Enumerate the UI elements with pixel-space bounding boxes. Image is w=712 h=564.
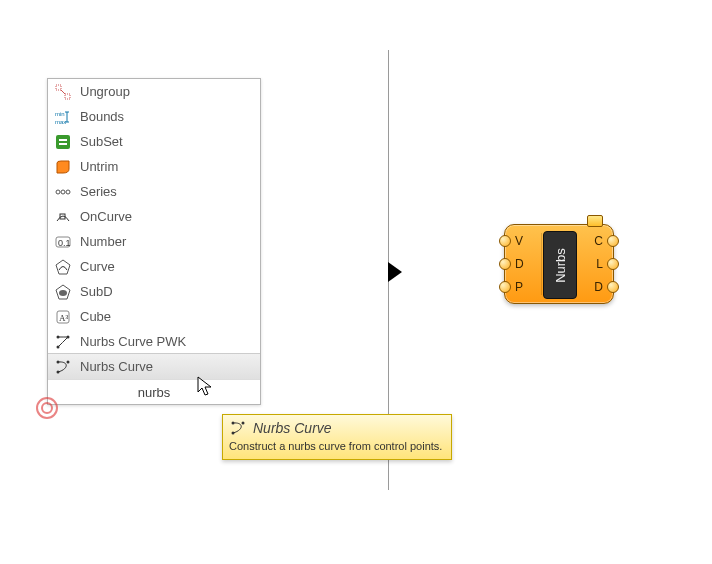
oncurve-icon xyxy=(54,208,72,226)
output-port-l[interactable]: L xyxy=(575,253,613,275)
menu-item-label: Ungroup xyxy=(80,84,254,99)
series-icon xyxy=(54,183,72,201)
port-label: V xyxy=(515,234,523,248)
menu-item-label: Number xyxy=(80,234,254,249)
menu-item-bounds[interactable]: minmax Bounds xyxy=(48,104,260,129)
port-label: L xyxy=(596,257,603,271)
port-label: P xyxy=(515,280,523,294)
input-port-v[interactable]: V xyxy=(505,230,543,252)
menu-item-label: Curve xyxy=(80,259,254,274)
cube-icon: A³ xyxy=(54,308,72,326)
menu-item-label: Nurbs Curve PWK xyxy=(80,334,254,349)
tooltip-description: Construct a nurbs curve from control poi… xyxy=(229,439,445,453)
port-grip-icon[interactable] xyxy=(499,258,511,270)
menu-item-ungroup[interactable]: Ungroup xyxy=(48,79,260,104)
svg-point-20 xyxy=(67,360,70,363)
bounds-icon: minmax xyxy=(54,108,72,126)
origin-marker-icon xyxy=(36,397,58,419)
subset-icon xyxy=(54,133,72,151)
menu-item-untrim[interactable]: Untrim xyxy=(48,154,260,179)
menu-item-curve[interactable]: Curve xyxy=(48,254,260,279)
svg-rect-4 xyxy=(56,135,70,149)
menu-item-series[interactable]: Series xyxy=(48,179,260,204)
tooltip-title: Nurbs Curve xyxy=(253,420,332,436)
nurbs-component[interactable]: V D P C L xyxy=(504,224,614,304)
menu-item-label: Series xyxy=(80,184,254,199)
svg-rect-5 xyxy=(59,139,67,141)
component-name-strip: Nurbs xyxy=(543,231,577,299)
search-row xyxy=(48,379,260,404)
svg-text:max: max xyxy=(55,119,66,125)
menu-item-number[interactable]: 0.1 Number xyxy=(48,229,260,254)
number-icon: 0.1 xyxy=(54,233,72,251)
output-port-c[interactable]: C xyxy=(575,230,613,252)
svg-text:A³: A³ xyxy=(59,313,68,323)
nurbs-pwk-icon xyxy=(54,333,72,351)
port-label: D xyxy=(515,257,524,271)
port-grip-icon[interactable] xyxy=(499,235,511,247)
port-grip-icon[interactable] xyxy=(607,258,619,270)
menu-item-label: Cube xyxy=(80,309,254,324)
svg-text:min: min xyxy=(55,111,65,117)
svg-text:0.1: 0.1 xyxy=(58,238,71,248)
curve-icon xyxy=(54,258,72,276)
menu-item-label: OnCurve xyxy=(80,209,254,224)
menu-item-label: Untrim xyxy=(80,159,254,174)
tooltip: Nurbs Curve Construct a nurbs curve from… xyxy=(222,414,452,460)
svg-point-9 xyxy=(66,190,70,194)
menu-item-label: SubSet xyxy=(80,134,254,149)
untrim-icon xyxy=(54,158,72,176)
svg-point-7 xyxy=(56,190,60,194)
menu-item-nurbs-curve-pwk[interactable]: Nurbs Curve PWK xyxy=(48,329,260,354)
search-menu: Ungroup minmax Bounds SubSet Untrim Seri… xyxy=(47,78,261,405)
menu-item-label: SubD xyxy=(80,284,254,299)
svg-point-8 xyxy=(61,190,65,194)
component-name: Nurbs xyxy=(553,248,568,283)
search-input[interactable] xyxy=(54,385,254,400)
menu-item-subset[interactable]: SubSet xyxy=(48,129,260,154)
port-grip-icon[interactable] xyxy=(607,281,619,293)
input-port-d[interactable]: D xyxy=(505,253,543,275)
svg-point-13 xyxy=(59,290,67,296)
nurbs-curve-icon xyxy=(54,358,72,376)
menu-item-subd[interactable]: SubD xyxy=(48,279,260,304)
canvas: Ungroup minmax Bounds SubSet Untrim Seri… xyxy=(0,0,712,564)
menu-item-nurbs-curve[interactable]: Nurbs Curve xyxy=(48,353,260,380)
port-grip-icon[interactable] xyxy=(607,235,619,247)
svg-rect-0 xyxy=(56,85,61,90)
port-label: C xyxy=(594,234,603,248)
ungroup-icon xyxy=(54,83,72,101)
svg-rect-1 xyxy=(65,94,70,99)
menu-item-oncurve[interactable]: OnCurve xyxy=(48,204,260,229)
nurbs-curve-icon xyxy=(229,419,247,437)
menu-item-label: Bounds xyxy=(80,109,254,124)
menu-item-label: Nurbs Curve xyxy=(80,359,254,374)
port-grip-icon[interactable] xyxy=(499,281,511,293)
menu-item-cube[interactable]: A³ Cube xyxy=(48,304,260,329)
svg-point-23 xyxy=(242,422,245,425)
svg-rect-6 xyxy=(59,143,67,145)
port-label: D xyxy=(594,280,603,294)
subd-icon xyxy=(54,283,72,301)
output-port-d[interactable]: D xyxy=(575,276,613,298)
input-port-p[interactable]: P xyxy=(505,276,543,298)
arrow-icon xyxy=(388,262,402,282)
